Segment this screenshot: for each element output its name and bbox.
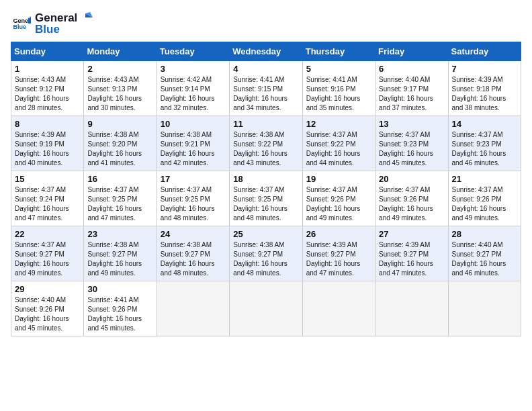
day-info: Sunrise: 4:38 AM Sunset: 9:27 PM Dayligh… <box>87 240 152 278</box>
day-header-sunday: Sunday <box>11 42 84 61</box>
calendar: SundayMondayTuesdayWednesdayThursdayFrid… <box>11 42 521 336</box>
day-number: 11 <box>233 119 298 129</box>
day-number: 7 <box>452 64 517 74</box>
day-number: 15 <box>15 174 80 184</box>
calendar-day-cell: 22Sunrise: 4:37 AM Sunset: 9:27 PM Dayli… <box>11 226 84 281</box>
day-info: Sunrise: 4:38 AM Sunset: 9:27 PM Dayligh… <box>161 240 226 278</box>
svg-marker-3 <box>30 16 31 20</box>
day-number: 26 <box>306 229 371 239</box>
day-info: Sunrise: 4:38 AM Sunset: 9:20 PM Dayligh… <box>87 130 152 168</box>
calendar-day-cell: 7Sunrise: 4:39 AM Sunset: 9:18 PM Daylig… <box>448 61 521 116</box>
calendar-day-cell: 24Sunrise: 4:38 AM Sunset: 9:27 PM Dayli… <box>157 226 229 281</box>
calendar-day-cell: 18Sunrise: 4:37 AM Sunset: 9:25 PM Dayli… <box>230 171 302 226</box>
day-info: Sunrise: 4:37 AM Sunset: 9:26 PM Dayligh… <box>379 185 444 223</box>
calendar-day-cell: 5Sunrise: 4:41 AM Sunset: 9:16 PM Daylig… <box>302 61 375 116</box>
calendar-day-cell: 2Sunrise: 4:43 AM Sunset: 9:13 PM Daylig… <box>84 61 157 116</box>
calendar-day-cell <box>157 281 229 336</box>
day-header-friday: Friday <box>375 42 448 61</box>
calendar-week-row: 15Sunrise: 4:37 AM Sunset: 9:24 PM Dayli… <box>11 171 521 226</box>
day-number: 6 <box>379 64 444 74</box>
day-info: Sunrise: 4:37 AM Sunset: 9:26 PM Dayligh… <box>306 185 371 223</box>
calendar-week-row: 29Sunrise: 4:40 AM Sunset: 9:26 PM Dayli… <box>11 281 521 336</box>
day-info: Sunrise: 4:40 AM Sunset: 9:26 PM Dayligh… <box>15 295 80 333</box>
day-number: 16 <box>87 174 152 184</box>
calendar-day-cell: 1Sunrise: 4:43 AM Sunset: 9:12 PM Daylig… <box>11 61 84 116</box>
calendar-day-cell <box>302 281 375 336</box>
day-info: Sunrise: 4:42 AM Sunset: 9:14 PM Dayligh… <box>161 75 226 113</box>
day-number: 22 <box>15 229 80 239</box>
calendar-day-cell: 17Sunrise: 4:37 AM Sunset: 9:25 PM Dayli… <box>157 171 229 226</box>
calendar-day-cell: 6Sunrise: 4:40 AM Sunset: 9:17 PM Daylig… <box>375 61 448 116</box>
day-info: Sunrise: 4:39 AM Sunset: 9:19 PM Dayligh… <box>15 130 80 168</box>
day-number: 9 <box>87 119 152 129</box>
day-number: 24 <box>161 229 226 239</box>
header: General Blue General Blue <box>11 11 521 36</box>
calendar-day-cell <box>448 281 521 336</box>
calendar-day-cell: 13Sunrise: 4:37 AM Sunset: 9:23 PM Dayli… <box>375 116 448 171</box>
day-info: Sunrise: 4:37 AM Sunset: 9:23 PM Dayligh… <box>452 130 517 168</box>
day-info: Sunrise: 4:37 AM Sunset: 9:26 PM Dayligh… <box>452 185 517 223</box>
day-info: Sunrise: 4:37 AM Sunset: 9:27 PM Dayligh… <box>15 240 80 278</box>
day-info: Sunrise: 4:37 AM Sunset: 9:25 PM Dayligh… <box>233 185 298 223</box>
day-number: 8 <box>15 119 80 129</box>
calendar-day-cell <box>230 281 302 336</box>
calendar-day-cell: 8Sunrise: 4:39 AM Sunset: 9:19 PM Daylig… <box>11 116 84 171</box>
day-header-wednesday: Wednesday <box>230 42 302 61</box>
calendar-week-row: 1Sunrise: 4:43 AM Sunset: 9:12 PM Daylig… <box>11 61 521 116</box>
calendar-day-cell: 4Sunrise: 4:41 AM Sunset: 9:15 PM Daylig… <box>230 61 302 116</box>
calendar-day-cell: 21Sunrise: 4:37 AM Sunset: 9:26 PM Dayli… <box>448 171 521 226</box>
calendar-week-row: 22Sunrise: 4:37 AM Sunset: 9:27 PM Dayli… <box>11 226 521 281</box>
calendar-day-cell: 10Sunrise: 4:38 AM Sunset: 9:21 PM Dayli… <box>157 116 229 171</box>
day-info: Sunrise: 4:37 AM Sunset: 9:25 PM Dayligh… <box>161 185 226 223</box>
day-number: 14 <box>452 119 517 129</box>
day-info: Sunrise: 4:41 AM Sunset: 9:16 PM Dayligh… <box>306 75 371 113</box>
day-number: 3 <box>161 64 226 74</box>
calendar-day-cell: 15Sunrise: 4:37 AM Sunset: 9:24 PM Dayli… <box>11 171 84 226</box>
calendar-day-cell: 27Sunrise: 4:39 AM Sunset: 9:27 PM Dayli… <box>375 226 448 281</box>
svg-text:Blue: Blue <box>13 24 26 30</box>
calendar-day-cell: 14Sunrise: 4:37 AM Sunset: 9:23 PM Dayli… <box>448 116 521 171</box>
day-number: 23 <box>87 229 152 239</box>
calendar-week-row: 8Sunrise: 4:39 AM Sunset: 9:19 PM Daylig… <box>11 116 521 171</box>
day-number: 4 <box>233 64 298 74</box>
day-header-monday: Monday <box>84 42 157 61</box>
day-info: Sunrise: 4:40 AM Sunset: 9:17 PM Dayligh… <box>379 75 444 113</box>
calendar-day-cell: 16Sunrise: 4:37 AM Sunset: 9:25 PM Dayli… <box>84 171 157 226</box>
calendar-header-row: SundayMondayTuesdayWednesdayThursdayFrid… <box>11 42 521 61</box>
day-info: Sunrise: 4:37 AM Sunset: 9:23 PM Dayligh… <box>379 130 444 168</box>
calendar-day-cell: 11Sunrise: 4:38 AM Sunset: 9:22 PM Dayli… <box>230 116 302 171</box>
calendar-day-cell: 3Sunrise: 4:42 AM Sunset: 9:14 PM Daylig… <box>157 61 229 116</box>
day-number: 20 <box>379 174 444 184</box>
day-info: Sunrise: 4:39 AM Sunset: 9:27 PM Dayligh… <box>306 240 371 278</box>
day-info: Sunrise: 4:39 AM Sunset: 9:27 PM Dayligh… <box>379 240 444 278</box>
day-number: 21 <box>452 174 517 184</box>
day-header-tuesday: Tuesday <box>157 42 229 61</box>
day-number: 10 <box>161 119 226 129</box>
calendar-day-cell: 30Sunrise: 4:41 AM Sunset: 9:26 PM Dayli… <box>84 281 157 336</box>
calendar-day-cell: 19Sunrise: 4:37 AM Sunset: 9:26 PM Dayli… <box>302 171 375 226</box>
day-number: 19 <box>306 174 371 184</box>
day-number: 29 <box>15 284 80 294</box>
day-number: 27 <box>379 229 444 239</box>
day-info: Sunrise: 4:37 AM Sunset: 9:25 PM Dayligh… <box>87 185 152 223</box>
day-info: Sunrise: 4:40 AM Sunset: 9:27 PM Dayligh… <box>452 240 517 278</box>
day-header-saturday: Saturday <box>448 42 521 61</box>
calendar-day-cell <box>375 281 448 336</box>
day-info: Sunrise: 4:43 AM Sunset: 9:12 PM Dayligh… <box>15 75 80 113</box>
day-header-thursday: Thursday <box>302 42 375 61</box>
day-number: 18 <box>233 174 298 184</box>
day-info: Sunrise: 4:37 AM Sunset: 9:24 PM Dayligh… <box>15 185 80 223</box>
logo-icon: General Blue <box>12 14 31 33</box>
calendar-day-cell: 12Sunrise: 4:37 AM Sunset: 9:22 PM Dayli… <box>302 116 375 171</box>
logo: General Blue General Blue <box>11 11 93 36</box>
day-info: Sunrise: 4:38 AM Sunset: 9:21 PM Dayligh… <box>161 130 226 168</box>
calendar-day-cell: 23Sunrise: 4:38 AM Sunset: 9:27 PM Dayli… <box>84 226 157 281</box>
day-info: Sunrise: 4:41 AM Sunset: 9:15 PM Dayligh… <box>233 75 298 113</box>
calendar-day-cell: 26Sunrise: 4:39 AM Sunset: 9:27 PM Dayli… <box>302 226 375 281</box>
day-number: 17 <box>161 174 226 184</box>
calendar-day-cell: 9Sunrise: 4:38 AM Sunset: 9:20 PM Daylig… <box>84 116 157 171</box>
logo-bird-icon <box>78 11 93 26</box>
day-info: Sunrise: 4:37 AM Sunset: 9:22 PM Dayligh… <box>306 130 371 168</box>
day-number: 5 <box>306 64 371 74</box>
day-info: Sunrise: 4:38 AM Sunset: 9:27 PM Dayligh… <box>233 240 298 278</box>
